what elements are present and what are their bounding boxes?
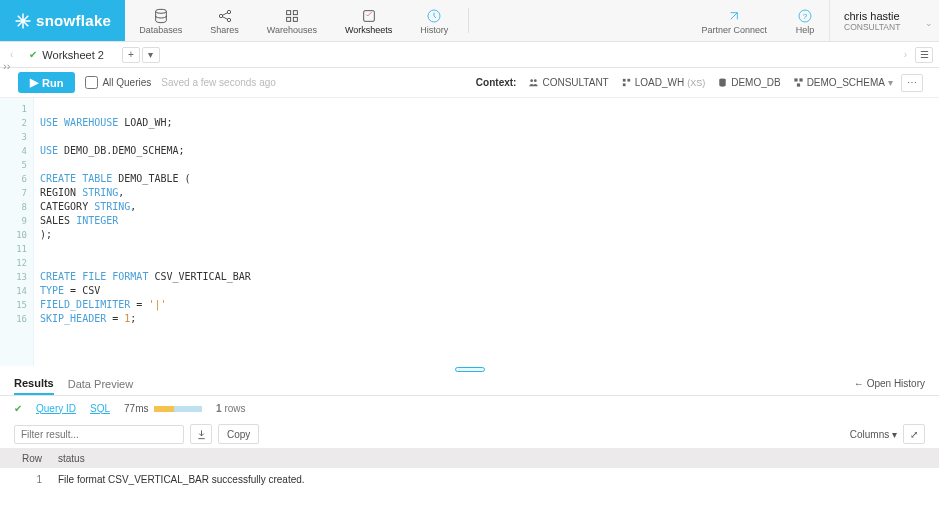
svg-rect-7 [293, 17, 297, 21]
context-more-button[interactable]: ⋯ [901, 74, 923, 92]
sql-link[interactable]: SQL [90, 403, 110, 414]
worksheet-icon [359, 8, 379, 24]
row-count: 1 [216, 403, 222, 414]
sql-editor[interactable]: 12345678910111213141516 USE WAREHOUSE LO… [0, 98, 939, 366]
nav-history[interactable]: History [406, 0, 462, 41]
col-header-row[interactable]: Row [0, 453, 52, 464]
line-gutter: 12345678910111213141516 [0, 98, 34, 366]
svg-rect-6 [287, 17, 291, 21]
svg-point-2 [227, 10, 230, 13]
svg-point-3 [227, 18, 230, 21]
context-wh-value: LOAD_WH [635, 77, 684, 88]
context-database[interactable]: DEMO_DB [713, 75, 784, 90]
nav-warehouses[interactable]: Warehouses [253, 0, 331, 41]
worksheet-name: Worksheet 2 [42, 49, 104, 61]
duration-bar-exec [174, 406, 202, 412]
cell-status: File format CSV_VERTICAL_BAR successfull… [52, 474, 939, 485]
expand-results-button[interactable]: ⤢ [903, 424, 925, 444]
tab-prev[interactable]: ‹ [6, 49, 17, 60]
saved-status: Saved a few seconds ago [161, 77, 276, 88]
history-icon [424, 8, 444, 24]
role-icon [528, 77, 539, 88]
cell-rownum: 1 [0, 474, 52, 485]
context-schema-value: DEMO_SCHEMA [807, 77, 885, 88]
nav-worksheets[interactable]: Worksheets [331, 0, 406, 41]
nav-databases[interactable]: Databases [125, 0, 196, 41]
row-count-label: rows [224, 403, 245, 414]
svg-rect-19 [799, 78, 802, 81]
worksheet-tab[interactable]: ✔ Worksheet 2 [17, 42, 116, 67]
open-history-button[interactable]: ← Open History [854, 378, 925, 389]
duration-bar-compile [154, 406, 174, 412]
tab-data-preview[interactable]: Data Preview [68, 374, 133, 394]
svg-rect-18 [794, 78, 797, 81]
context-role[interactable]: CONSULTANT [524, 75, 612, 90]
database-icon [151, 8, 171, 24]
svg-text:?: ? [803, 12, 808, 21]
worksheet-menu-button[interactable]: ▾ [142, 47, 160, 63]
context-wh-size: (XS) [687, 78, 705, 88]
all-queries-checkbox[interactable] [85, 76, 98, 89]
tab-next[interactable]: › [900, 49, 911, 60]
context-warehouse[interactable]: LOAD_WH (XS) [617, 75, 709, 90]
nav-label: Databases [139, 25, 182, 35]
expand-sidebar[interactable]: ›› [3, 60, 10, 72]
run-label: Run [42, 77, 63, 89]
columns-label: Columns [850, 429, 889, 440]
user-menu[interactable]: chris hastie CONSULTANT ⌄ [829, 0, 939, 41]
check-icon: ✔ [29, 49, 37, 60]
pane-resize-handle[interactable] [0, 366, 939, 372]
brand-text: snowflake [36, 12, 111, 29]
nav-label: Partner Connect [701, 25, 767, 35]
filter-result-input[interactable] [14, 425, 184, 444]
open-history-label: Open History [867, 378, 925, 389]
tab-results[interactable]: Results [14, 373, 54, 395]
code-area[interactable]: USE WAREHOUSE LOAD_WH; USE DEMO_DB.DEMO_… [34, 98, 939, 366]
snowflake-icon [14, 12, 32, 30]
user-role: CONSULTANT [844, 22, 925, 32]
schema-icon [793, 77, 804, 88]
arrow-left-icon: ← [854, 378, 864, 389]
context-role-value: CONSULTANT [542, 77, 608, 88]
warehouse-icon [282, 8, 302, 24]
all-queries-toggle[interactable]: All Queries [85, 76, 151, 89]
help[interactable]: ? Help [781, 0, 829, 41]
svg-rect-4 [287, 11, 291, 15]
partner-icon [724, 8, 744, 24]
results-table: Row status 1 File format CSV_VERTICAL_BA… [0, 448, 939, 490]
nav-label: Warehouses [267, 25, 317, 35]
context-db-value: DEMO_DB [731, 77, 780, 88]
user-name: chris hastie [844, 10, 925, 22]
nav-shares[interactable]: Shares [196, 0, 253, 41]
svg-point-12 [531, 79, 534, 82]
copy-button[interactable]: Copy [218, 424, 259, 444]
help-icon: ? [795, 8, 815, 24]
svg-rect-15 [627, 79, 630, 82]
all-queries-label: All Queries [102, 77, 151, 88]
nav-label: Help [796, 25, 815, 35]
query-id-link[interactable]: Query ID [36, 403, 76, 414]
download-icon [196, 429, 207, 440]
svg-point-13 [534, 79, 537, 82]
nav-label: History [420, 25, 448, 35]
download-button[interactable] [190, 424, 212, 444]
database-small-icon [717, 77, 728, 88]
context-schema[interactable]: DEMO_SCHEMA ▾ [789, 75, 897, 90]
search-worksheets-button[interactable]: ☰ [915, 47, 933, 63]
run-button[interactable]: ▶ Run [18, 72, 75, 93]
table-row: 1 File format CSV_VERTICAL_BAR successfu… [0, 468, 939, 490]
svg-point-1 [219, 14, 222, 17]
svg-rect-20 [797, 83, 800, 86]
columns-dropdown[interactable]: Columns ▾ [850, 429, 897, 440]
svg-rect-16 [623, 83, 626, 86]
col-header-status[interactable]: status [52, 453, 939, 464]
svg-rect-14 [623, 79, 626, 82]
svg-rect-8 [363, 11, 374, 22]
chevron-down-icon: ▾ [888, 77, 893, 88]
brand-logo[interactable]: snowflake [0, 0, 125, 41]
partner-connect[interactable]: Partner Connect [687, 0, 781, 41]
play-icon: ▶ [30, 76, 38, 89]
query-duration: 77ms [124, 403, 148, 414]
share-icon [215, 8, 235, 24]
new-worksheet-button[interactable]: + [122, 47, 140, 63]
